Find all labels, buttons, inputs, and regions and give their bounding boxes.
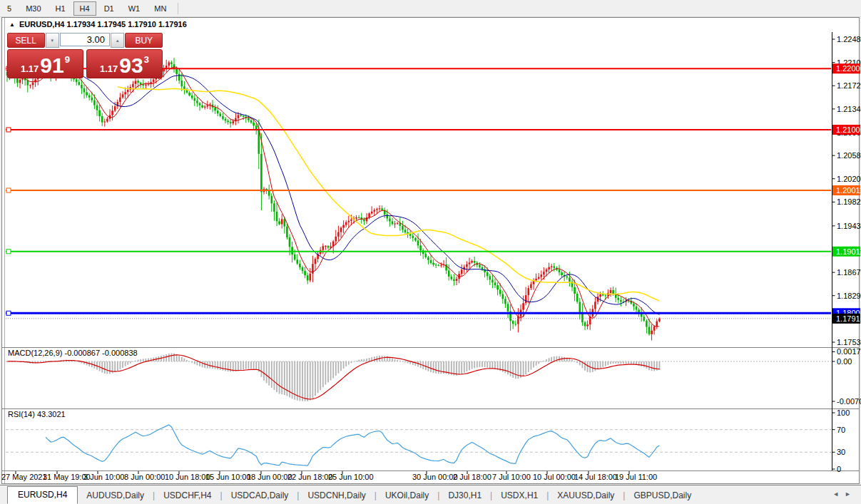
svg-text:7 Jul 10:00: 7 Jul 10:00 xyxy=(492,473,531,481)
svg-text:18 Jun 00:00: 18 Jun 00:00 xyxy=(247,473,292,481)
tab-scroll-arrows[interactable]: ◄► xyxy=(832,490,857,498)
timeframe-h1[interactable]: H1 xyxy=(49,1,72,16)
tab-usdcad-daily[interactable]: USDCAD,Daily xyxy=(223,488,297,503)
svg-text:1.19430: 1.19430 xyxy=(837,222,861,230)
line-handle[interactable] xyxy=(6,250,11,254)
svg-text:8 Jun 00:00: 8 Jun 00:00 xyxy=(124,473,165,481)
svg-text:0.001718: 0.001718 xyxy=(837,347,861,356)
svg-text:1.22480: 1.22480 xyxy=(837,35,861,43)
buy-button[interactable]: BUY xyxy=(125,33,163,48)
timeframe-toolbar: 5M30H1H4D1W1MN xyxy=(0,0,861,17)
svg-text:2 Jul 18:00: 2 Jul 18:00 xyxy=(453,473,491,481)
tab-gbpusd-daily[interactable]: GBPUSD,Daily xyxy=(625,488,700,503)
svg-text:1.17530: 1.17530 xyxy=(837,338,861,346)
svg-text:1.21340: 1.21340 xyxy=(837,105,861,113)
sell-price-big: 91 xyxy=(40,55,63,76)
svg-text:14 Jul 18:00: 14 Jul 18:00 xyxy=(574,473,617,481)
timeframe-h4[interactable]: H4 xyxy=(73,1,96,16)
svg-text:1.21720: 1.21720 xyxy=(837,81,861,90)
svg-text:1.21001: 1.21001 xyxy=(836,125,861,134)
tab-xauusd-daily[interactable]: XAUUSD,Daily xyxy=(549,488,623,503)
price-line-label-1.22000: 1.22000 xyxy=(832,63,861,73)
price-line-label-1.20011: 1.20011 xyxy=(832,185,861,195)
svg-text:1.20011: 1.20011 xyxy=(836,186,861,195)
time-axis-labels[interactable]: 27 May 202131 May 19:003 Jun 10:008 Jun … xyxy=(1,471,657,481)
chart-title-text: EURUSD,H4 1.17934 1.17945 1.17910 1.1791… xyxy=(19,20,187,29)
tab-usdcnh-daily[interactable]: USDCNH,Daily xyxy=(299,488,374,503)
svg-text:27 May 2021: 27 May 2021 xyxy=(1,473,47,481)
buy-price-prefix: 1.17 xyxy=(100,63,118,74)
current-price-label: 1.17916 xyxy=(832,314,861,324)
svg-text:3 Jun 10:00: 3 Jun 10:00 xyxy=(83,473,125,481)
svg-text:100: 100 xyxy=(837,408,850,417)
svg-text:10 Jul 00:00: 10 Jul 00:00 xyxy=(533,473,576,481)
volume-input[interactable] xyxy=(60,33,110,46)
svg-text:1.18290: 1.18290 xyxy=(837,292,861,300)
buy-price-button[interactable]: 1.17 93 3 xyxy=(86,49,163,78)
svg-text:1.19012: 1.19012 xyxy=(836,247,861,256)
chart-title: ▲ EURUSD,H4 1.17934 1.17945 1.17910 1.17… xyxy=(9,20,187,29)
timeframe-w1[interactable]: W1 xyxy=(122,1,147,16)
price-line-label-1.19012: 1.19012 xyxy=(832,247,861,257)
triangle-down-icon: ▼ xyxy=(50,38,54,43)
macd-label: MACD(12,26,9) -0.000867 -0.000838 xyxy=(8,349,138,357)
volume-increase-button[interactable]: ▲ xyxy=(111,33,124,48)
svg-text:22 Jun 18:00: 22 Jun 18:00 xyxy=(287,473,333,481)
line-handle[interactable] xyxy=(6,128,11,132)
svg-text:1.20580: 1.20580 xyxy=(837,151,861,160)
svg-text:1.22000: 1.22000 xyxy=(836,64,861,73)
sell-price-button[interactable]: 1.17 91 9 xyxy=(7,49,83,78)
svg-text:1.19820: 1.19820 xyxy=(837,197,861,206)
tab-usdchf-h4[interactable]: USDCHF,H4 xyxy=(155,488,220,503)
sell-price-sup: 9 xyxy=(65,54,70,65)
tab-dj30-h1[interactable]: DJ30,H1 xyxy=(439,488,490,503)
quick-trade-panel: SELL ▼ ▲ BUY 1.17 91 9 1.17 93 3 xyxy=(7,33,163,78)
svg-text:70: 70 xyxy=(837,426,845,434)
svg-text:1.18670: 1.18670 xyxy=(837,268,861,277)
svg-text:0.00: 0.00 xyxy=(837,357,852,366)
price-line-label-1.21001: 1.21001 xyxy=(832,125,861,135)
svg-text:0: 0 xyxy=(837,465,841,473)
sell-button[interactable]: SELL xyxy=(7,33,45,48)
tab-usdx-h1[interactable]: USDX,H1 xyxy=(492,488,546,503)
buy-price-big: 93 xyxy=(119,55,143,76)
line-handle[interactable] xyxy=(6,311,11,315)
svg-text:30: 30 xyxy=(837,448,845,456)
chart-tab-bar: ◄► EURUSD,H4AUDUSD,Daily|USDCHF,H4|USDCA… xyxy=(0,485,861,504)
toolbar-separator xyxy=(178,3,178,14)
timeframe-d1[interactable]: D1 xyxy=(98,1,121,16)
line-handle[interactable] xyxy=(6,188,11,192)
svg-text:15 Jun 10:00: 15 Jun 10:00 xyxy=(205,473,251,481)
triangle-up-icon: ▲ xyxy=(116,38,120,43)
tab-eurusd-h4[interactable]: EURUSD,H4 xyxy=(7,486,78,504)
volume-decrease-button[interactable]: ▼ xyxy=(46,33,59,48)
timeframe-m30[interactable]: M30 xyxy=(19,1,47,16)
timeframe-mn[interactable]: MN xyxy=(148,1,173,16)
svg-text:1.17916: 1.17916 xyxy=(836,314,861,323)
svg-text:19 Jul 11:00: 19 Jul 11:00 xyxy=(615,473,657,481)
timeframe-5[interactable]: 5 xyxy=(1,1,18,16)
sell-price-prefix: 1.17 xyxy=(21,63,39,74)
svg-text:-0.00709: -0.00709 xyxy=(837,397,861,406)
rsi-label: RSI(14) 43.3021 xyxy=(8,410,66,418)
svg-text:1.20200: 1.20200 xyxy=(837,175,861,183)
svg-text:10 Jun 18:00: 10 Jun 18:00 xyxy=(165,473,210,481)
tab-ukoil-daily[interactable]: UKOil,Daily xyxy=(377,488,437,503)
buy-price-sup: 3 xyxy=(144,54,149,65)
collapse-quick-trade-icon[interactable]: ▲ xyxy=(9,21,15,28)
svg-text:25 Jun 10:00: 25 Jun 10:00 xyxy=(328,473,374,481)
svg-text:30 Jun 00:00: 30 Jun 00:00 xyxy=(412,473,458,481)
tab-audusd-daily[interactable]: AUDUSD,Daily xyxy=(78,488,153,503)
